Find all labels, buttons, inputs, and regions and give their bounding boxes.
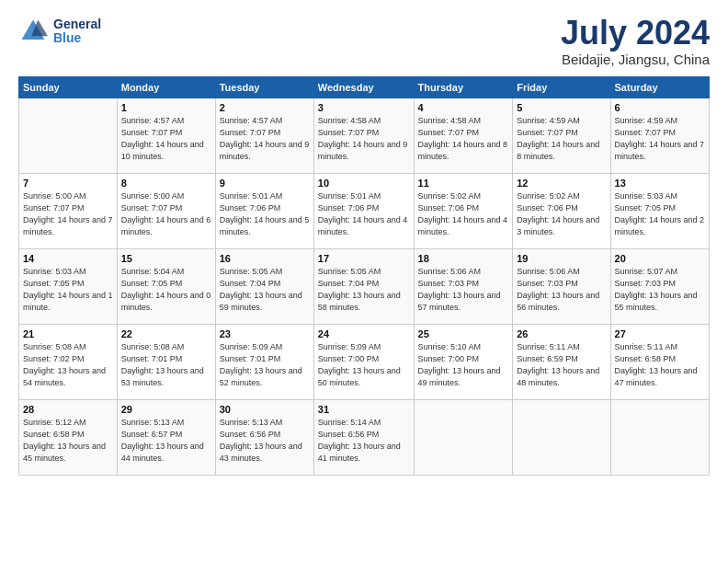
day-number: 20 xyxy=(615,253,705,264)
day-info: Sunrise: 5:10 AMSunset: 7:00 PMDaylight:… xyxy=(418,341,509,389)
calendar-cell: 12Sunrise: 5:02 AMSunset: 7:06 PMDayligh… xyxy=(513,174,610,249)
weekday-header-tuesday: Tuesday xyxy=(215,77,313,98)
day-info: Sunrise: 5:06 AMSunset: 7:03 PMDaylight:… xyxy=(418,266,509,314)
day-number: 22 xyxy=(121,328,211,339)
day-info: Sunrise: 5:14 AMSunset: 6:56 PMDaylight:… xyxy=(318,417,410,465)
calendar-cell: 31Sunrise: 5:14 AMSunset: 6:56 PMDayligh… xyxy=(313,400,414,476)
logo: General Blue xyxy=(18,17,101,46)
day-number: 9 xyxy=(220,178,310,189)
calendar-cell: 1Sunrise: 4:57 AMSunset: 7:07 PMDaylight… xyxy=(117,98,215,174)
calendar-cell: 21Sunrise: 5:08 AMSunset: 7:02 PMDayligh… xyxy=(19,325,118,400)
calendar-cell: 14Sunrise: 5:03 AMSunset: 7:05 PMDayligh… xyxy=(19,249,118,325)
calendar-page: General Blue July 2024 Beidajie, Jiangsu… xyxy=(0,0,728,563)
calendar-cell: 17Sunrise: 5:05 AMSunset: 7:04 PMDayligh… xyxy=(313,249,414,325)
day-number: 21 xyxy=(23,328,113,339)
week-row-5: 28Sunrise: 5:12 AMSunset: 6:58 PMDayligh… xyxy=(19,400,710,476)
day-info: Sunrise: 5:00 AMSunset: 7:07 PMDaylight:… xyxy=(23,190,113,238)
weekday-header-sunday: Sunday xyxy=(19,77,118,98)
weekday-header-row: SundayMondayTuesdayWednesdayThursdayFrid… xyxy=(19,77,710,98)
day-number: 10 xyxy=(318,178,410,189)
calendar-cell: 28Sunrise: 5:12 AMSunset: 6:58 PMDayligh… xyxy=(19,400,118,476)
weekday-header-monday: Monday xyxy=(117,77,215,98)
day-number: 27 xyxy=(615,328,705,339)
logo-general: General xyxy=(53,17,101,31)
calendar-cell: 15Sunrise: 5:04 AMSunset: 7:05 PMDayligh… xyxy=(117,249,215,325)
day-info: Sunrise: 5:13 AMSunset: 6:56 PMDaylight:… xyxy=(220,417,310,465)
calendar-cell: 13Sunrise: 5:03 AMSunset: 7:05 PMDayligh… xyxy=(610,174,709,249)
calendar-cell xyxy=(610,400,709,476)
calendar-cell: 3Sunrise: 4:58 AMSunset: 7:07 PMDaylight… xyxy=(313,98,414,174)
day-number: 12 xyxy=(517,178,606,189)
day-number: 30 xyxy=(220,404,310,415)
calendar-cell: 6Sunrise: 4:59 AMSunset: 7:07 PMDaylight… xyxy=(610,98,709,174)
day-number: 5 xyxy=(517,102,606,113)
day-info: Sunrise: 4:57 AMSunset: 7:07 PMDaylight:… xyxy=(220,115,310,163)
day-info: Sunrise: 5:02 AMSunset: 7:06 PMDaylight:… xyxy=(517,190,606,238)
calendar-cell: 24Sunrise: 5:09 AMSunset: 7:00 PMDayligh… xyxy=(313,325,414,400)
calendar-cell: 19Sunrise: 5:06 AMSunset: 7:03 PMDayligh… xyxy=(513,249,610,325)
calendar-cell: 4Sunrise: 4:58 AMSunset: 7:07 PMDaylight… xyxy=(414,98,513,174)
day-info: Sunrise: 4:58 AMSunset: 7:07 PMDaylight:… xyxy=(418,115,509,163)
day-info: Sunrise: 4:59 AMSunset: 7:07 PMDaylight:… xyxy=(615,115,705,163)
day-info: Sunrise: 4:59 AMSunset: 7:07 PMDaylight:… xyxy=(517,115,606,163)
day-info: Sunrise: 5:11 AMSunset: 6:59 PMDaylight:… xyxy=(517,341,606,389)
day-info: Sunrise: 5:12 AMSunset: 6:58 PMDaylight:… xyxy=(23,417,113,465)
weekday-header-thursday: Thursday xyxy=(414,77,513,98)
calendar-cell: 20Sunrise: 5:07 AMSunset: 7:03 PMDayligh… xyxy=(610,249,709,325)
day-info: Sunrise: 5:02 AMSunset: 7:06 PMDaylight:… xyxy=(418,190,509,238)
calendar-cell: 23Sunrise: 5:09 AMSunset: 7:01 PMDayligh… xyxy=(215,325,313,400)
logo-blue: Blue xyxy=(53,31,101,45)
calendar-cell: 9Sunrise: 5:01 AMSunset: 7:06 PMDaylight… xyxy=(215,174,313,249)
calendar-cell: 2Sunrise: 4:57 AMSunset: 7:07 PMDaylight… xyxy=(215,98,313,174)
day-info: Sunrise: 5:03 AMSunset: 7:05 PMDaylight:… xyxy=(615,190,705,238)
calendar-cell: 26Sunrise: 5:11 AMSunset: 6:59 PMDayligh… xyxy=(513,325,610,400)
day-info: Sunrise: 4:57 AMSunset: 7:07 PMDaylight:… xyxy=(121,115,211,163)
week-row-3: 14Sunrise: 5:03 AMSunset: 7:05 PMDayligh… xyxy=(19,249,710,325)
day-number: 7 xyxy=(23,178,113,189)
calendar-cell: 10Sunrise: 5:01 AMSunset: 7:06 PMDayligh… xyxy=(313,174,414,249)
day-info: Sunrise: 5:06 AMSunset: 7:03 PMDaylight:… xyxy=(517,266,606,314)
calendar-cell: 30Sunrise: 5:13 AMSunset: 6:56 PMDayligh… xyxy=(215,400,313,476)
calendar-cell: 16Sunrise: 5:05 AMSunset: 7:04 PMDayligh… xyxy=(215,249,313,325)
calendar-cell: 22Sunrise: 5:08 AMSunset: 7:01 PMDayligh… xyxy=(117,325,215,400)
day-number: 15 xyxy=(121,253,211,264)
calendar-cell: 27Sunrise: 5:11 AMSunset: 6:58 PMDayligh… xyxy=(610,325,709,400)
logo-text: General Blue xyxy=(53,17,101,46)
month-title: July 2024 xyxy=(561,17,710,50)
day-number: 3 xyxy=(318,102,410,113)
weekday-header-wednesday: Wednesday xyxy=(313,77,414,98)
day-number: 16 xyxy=(220,253,310,264)
day-number: 28 xyxy=(23,404,113,415)
calendar-cell: 8Sunrise: 5:00 AMSunset: 7:07 PMDaylight… xyxy=(117,174,215,249)
day-number: 6 xyxy=(615,102,705,113)
day-info: Sunrise: 5:08 AMSunset: 7:01 PMDaylight:… xyxy=(121,341,211,389)
day-info: Sunrise: 5:01 AMSunset: 7:06 PMDaylight:… xyxy=(318,190,410,238)
location: Beidajie, Jiangsu, China xyxy=(561,52,710,67)
day-number: 14 xyxy=(23,253,113,264)
week-row-1: 1Sunrise: 4:57 AMSunset: 7:07 PMDaylight… xyxy=(19,98,710,174)
day-info: Sunrise: 5:13 AMSunset: 6:57 PMDaylight:… xyxy=(121,417,211,465)
calendar-table: SundayMondayTuesdayWednesdayThursdayFrid… xyxy=(18,76,710,476)
calendar-cell: 5Sunrise: 4:59 AMSunset: 7:07 PMDaylight… xyxy=(513,98,610,174)
weekday-header-friday: Friday xyxy=(513,77,610,98)
day-info: Sunrise: 5:04 AMSunset: 7:05 PMDaylight:… xyxy=(121,266,211,314)
day-number: 2 xyxy=(220,102,310,113)
day-number: 31 xyxy=(318,404,410,415)
day-number: 11 xyxy=(418,178,509,189)
day-number: 17 xyxy=(318,253,410,264)
calendar-cell: 7Sunrise: 5:00 AMSunset: 7:07 PMDaylight… xyxy=(19,174,118,249)
calendar-cell xyxy=(414,400,513,476)
calendar-cell xyxy=(513,400,610,476)
day-number: 8 xyxy=(121,178,211,189)
day-info: Sunrise: 5:09 AMSunset: 7:01 PMDaylight:… xyxy=(220,341,310,389)
day-info: Sunrise: 5:11 AMSunset: 6:58 PMDaylight:… xyxy=(615,341,705,389)
day-number: 29 xyxy=(121,404,211,415)
calendar-cell xyxy=(19,98,118,174)
day-number: 18 xyxy=(418,253,509,264)
calendar-cell: 11Sunrise: 5:02 AMSunset: 7:06 PMDayligh… xyxy=(414,174,513,249)
day-info: Sunrise: 5:09 AMSunset: 7:00 PMDaylight:… xyxy=(318,341,410,389)
header: General Blue July 2024 Beidajie, Jiangsu… xyxy=(18,17,710,67)
logo-icon xyxy=(18,17,48,46)
day-info: Sunrise: 5:03 AMSunset: 7:05 PMDaylight:… xyxy=(23,266,113,314)
day-info: Sunrise: 4:58 AMSunset: 7:07 PMDaylight:… xyxy=(318,115,410,163)
